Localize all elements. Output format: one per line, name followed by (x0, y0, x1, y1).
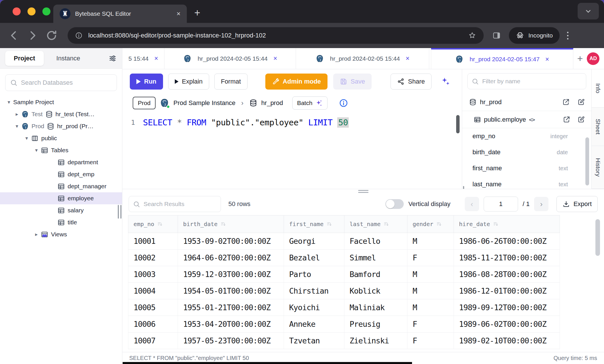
close-worksheet-icon[interactable]: × (406, 55, 409, 62)
pane-splitter[interactable] (122, 189, 604, 193)
format-button[interactable]: Format (214, 74, 248, 90)
vertical-display-toggle[interactable] (385, 199, 404, 209)
tree-item-salary[interactable]: salary (0, 204, 122, 216)
column-header-first-name[interactable]: first_name (284, 215, 344, 233)
instance-name[interactable]: Prod Sample Instance (173, 99, 235, 107)
tree-item-views[interactable]: ▸Views (0, 228, 122, 240)
explain-button[interactable]: Explain (168, 74, 209, 90)
edit-icon[interactable] (577, 98, 585, 106)
close-worksheet-icon[interactable]: × (545, 56, 549, 63)
new-worksheet-button[interactable]: + (573, 48, 587, 69)
bookmark-star-icon[interactable] (468, 31, 476, 39)
sql-editor[interactable]: 1 SELECT * FROM "public"."employee" LIMI… (122, 112, 462, 189)
close-window-button[interactable] (13, 7, 21, 15)
tab-instance[interactable]: Instance (56, 55, 80, 62)
prev-page-button[interactable]: ‹ (465, 197, 479, 211)
admin-mode-button[interactable]: Admin mode (265, 74, 328, 90)
browser-menu-button[interactable] (567, 32, 568, 39)
caret-right-icon[interactable]: ▸ (13, 111, 21, 117)
column-row-last-name[interactable]: last_nametext (462, 176, 591, 189)
save-button[interactable]: Save (333, 74, 372, 90)
maximize-window-button[interactable] (42, 7, 50, 15)
tree-item-department[interactable]: department (0, 156, 122, 168)
caret-down-icon[interactable]: ▾ (5, 99, 13, 105)
database-search[interactable] (5, 74, 117, 91)
tree-item-tables[interactable]: ▾Tables (0, 144, 122, 156)
column-row-birth-date[interactable]: birth_datedate (462, 144, 591, 160)
sort-icon[interactable] (326, 221, 333, 227)
schema-database-row[interactable]: hr_prod (462, 93, 591, 111)
close-worksheet-icon[interactable]: × (154, 55, 158, 62)
page-number-input[interactable] (484, 197, 518, 211)
ai-sparkles-icon[interactable] (441, 77, 450, 86)
url-bar[interactable]: localhost:8080/sql-editor/prod-sample-in… (68, 27, 484, 44)
user-avatar[interactable]: AD (587, 52, 599, 65)
sort-icon[interactable] (157, 221, 163, 227)
sidebar-resize-handle[interactable] (118, 205, 121, 219)
run-button[interactable]: Run (130, 74, 163, 90)
tree-item-hr-test-test[interactable]: ▸Testhr_test (Test… (0, 108, 122, 120)
export-button[interactable]: Export (556, 196, 598, 212)
external-link-icon[interactable] (562, 98, 570, 106)
tab-search-button[interactable] (578, 3, 599, 19)
sort-icon[interactable] (220, 221, 227, 227)
next-page-button[interactable]: › (534, 197, 548, 211)
worksheet-tab-2[interactable]: hr_prod 2024-02-05 15:44× (164, 48, 296, 69)
editor-scrollbar[interactable] (456, 115, 460, 133)
external-link-icon[interactable] (563, 116, 570, 123)
close-tab-icon[interactable]: × (177, 10, 181, 18)
share-button[interactable]: Share (391, 74, 432, 90)
filter-settings-icon[interactable] (108, 54, 117, 63)
side-tab-info[interactable]: Info (592, 69, 604, 108)
batch-mode-chip[interactable]: Batch (292, 96, 328, 110)
schema-filter[interactable] (467, 73, 586, 89)
panel-resize-handle[interactable] (462, 186, 464, 189)
tree-item-sample-project[interactable]: ▾Sample Project (0, 96, 122, 108)
caret-down-icon[interactable]: ▾ (13, 123, 21, 129)
tree-item-employee[interactable]: employee (0, 192, 122, 204)
side-tab-history[interactable]: History (592, 146, 604, 189)
tree-item-dept-manager[interactable]: dept_manager (0, 180, 122, 192)
site-info-icon[interactable] (75, 32, 83, 39)
sort-icon[interactable] (493, 221, 499, 227)
info-icon[interactable] (339, 98, 348, 108)
results-scrollbar[interactable] (595, 219, 600, 256)
results-search[interactable] (129, 196, 221, 212)
schema-table-row[interactable]: public.employe <> (462, 111, 591, 128)
column-header-gender[interactable]: gender (407, 215, 454, 233)
filter-by-name-input[interactable] (482, 78, 582, 85)
reload-button[interactable] (45, 29, 58, 42)
worksheet-tab-3[interactable]: hr_prod 2024-02-05 15:44× (296, 48, 429, 69)
column-header-emp-no[interactable]: emp_no (128, 215, 178, 233)
side-panel-icon[interactable] (492, 31, 501, 40)
forward-button[interactable] (26, 29, 39, 42)
edit-icon[interactable] (577, 116, 585, 123)
search-results-input[interactable] (144, 201, 217, 207)
back-button[interactable] (7, 29, 20, 42)
column-row-first-name[interactable]: first_nametext (462, 160, 591, 176)
worksheet-tab-1[interactable]: 5 15:44× (122, 48, 164, 69)
schema-scrollbar[interactable] (585, 137, 589, 185)
new-tab-button[interactable]: + (194, 7, 200, 19)
tree-item-title[interactable]: title (0, 216, 122, 228)
close-worksheet-icon[interactable]: × (273, 55, 277, 62)
sort-icon[interactable] (383, 221, 390, 227)
splitter-handle-icon[interactable] (358, 190, 368, 193)
minimize-window-button[interactable] (28, 7, 36, 15)
column-row-emp-no[interactable]: emp_nointeger (462, 128, 591, 144)
search-databases-input[interactable] (21, 79, 112, 86)
caret-down-icon[interactable]: ▾ (22, 135, 31, 141)
caret-down-icon[interactable]: ▾ (32, 147, 41, 153)
caret-right-icon[interactable]: ▸ (32, 231, 41, 238)
tab-project[interactable]: Project (5, 51, 44, 66)
tree-item-dept-emp[interactable]: dept_emp (0, 168, 122, 180)
database-name[interactable]: hr_prod (261, 99, 283, 107)
browser-tab[interactable]: ♜ Bytebase SQL Editor × (53, 5, 187, 23)
sort-icon[interactable] (436, 221, 442, 227)
tree-item-hr-prod-pr[interactable]: ▾Prodhr_prod (Pr… (0, 120, 122, 132)
column-header-hire-date[interactable]: hire_date (454, 215, 560, 233)
side-tab-sheet[interactable]: Sheet (592, 108, 604, 146)
column-header-birth-date[interactable]: birth_date (178, 215, 284, 233)
worksheet-tab-4[interactable]: hr_prod 2024-02-05 15:47× (431, 48, 573, 69)
code-icon[interactable]: <> (529, 116, 535, 123)
